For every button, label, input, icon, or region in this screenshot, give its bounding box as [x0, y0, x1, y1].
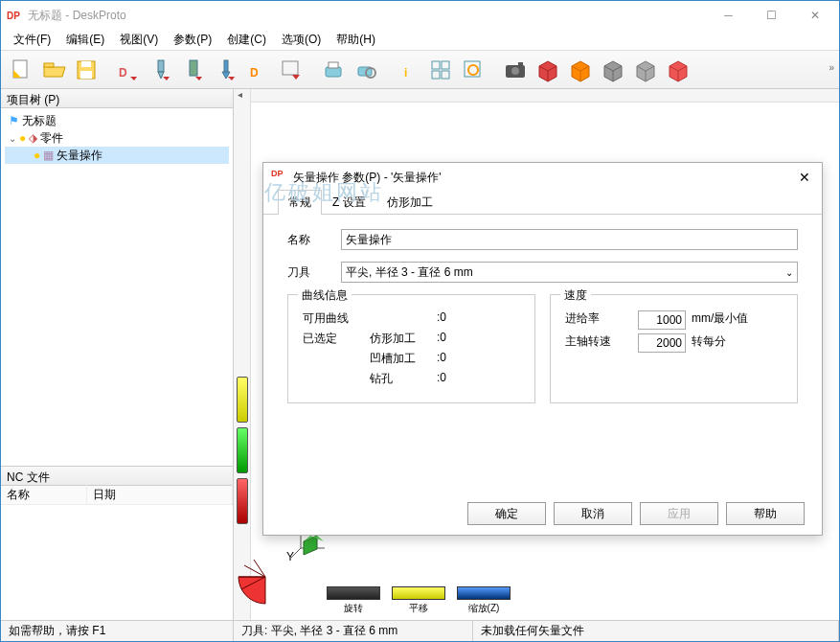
- info-button[interactable]: i: [393, 55, 423, 85]
- tool-select[interactable]: 平尖, 半径 3 - 直径 6 mm ⌄: [341, 262, 798, 283]
- dialog-buttons: 确定 取消 应用 帮助: [263, 493, 822, 535]
- tool-select-value: 平尖, 半径 3 - 直径 6 mm: [346, 264, 473, 281]
- status-lights: [234, 377, 248, 524]
- toolbar: D D i: [1, 51, 839, 89]
- cube-orange[interactable]: [565, 55, 596, 85]
- tool-d[interactable]: D: [113, 55, 144, 85]
- dialog-tabs: 常规 Z 设置 仿形加工: [263, 192, 822, 215]
- nc-file-list[interactable]: 名称 日期: [1, 486, 233, 620]
- status-help: 如需帮助，请按 F1: [1, 621, 234, 641]
- cube-gray1[interactable]: [598, 55, 628, 85]
- svg-rect-10: [224, 60, 228, 72]
- orientation-dial[interactable]: [237, 556, 294, 606]
- camera-button[interactable]: [500, 55, 531, 85]
- zoom-mode-button[interactable]: 缩放(Z): [455, 586, 512, 615]
- nc-col-name[interactable]: 名称: [1, 485, 87, 505]
- new-button[interactable]: [6, 55, 36, 85]
- flag-icon: ⚑: [9, 114, 19, 127]
- dialog-close-button[interactable]: ✕: [795, 170, 814, 185]
- curve-info-legend: 曲线信息: [298, 287, 352, 304]
- tree-root-label: 无标题: [22, 113, 57, 129]
- menu-help[interactable]: 帮助(H): [329, 30, 383, 50]
- tab-z-settings[interactable]: Z 设置: [322, 190, 376, 215]
- curve-info-group: 曲线信息 可用曲线: 0 已选定仿形加工: 0 凹槽加工: 0 钻孔: 0: [287, 294, 535, 403]
- svg-rect-21: [432, 71, 440, 79]
- ok-button[interactable]: 确定: [467, 502, 546, 525]
- speed-group: 速度 进给率mm/最小值 主轴转速转每分: [550, 294, 798, 403]
- open-button[interactable]: [38, 55, 69, 85]
- print-button[interactable]: [318, 55, 349, 85]
- tool-label: 刀具: [287, 264, 341, 281]
- rotate-button[interactable]: 旋转: [325, 586, 382, 615]
- spindle-label: 主轴转速: [565, 333, 632, 353]
- svg-rect-7: [158, 60, 164, 72]
- nc-col-date[interactable]: 日期: [87, 485, 233, 505]
- app-logo: DP: [4, 6, 23, 25]
- tree-root[interactable]: ⚑ 无标题: [5, 112, 229, 129]
- print-preview-button[interactable]: [351, 55, 381, 85]
- spindle-input[interactable]: [638, 333, 686, 353]
- menu-options[interactable]: 选项(O): [274, 30, 329, 50]
- project-tree-title: 项目树 (P): [1, 89, 233, 108]
- close-button[interactable]: ✕: [793, 2, 836, 29]
- menu-file[interactable]: 文件(F): [6, 30, 58, 50]
- tool-export[interactable]: [276, 55, 306, 85]
- menu-view[interactable]: 视图(V): [112, 30, 166, 50]
- menu-create[interactable]: 创建(C): [219, 30, 274, 50]
- svg-rect-19: [432, 61, 440, 69]
- toolbar-overflow-icon[interactable]: »: [829, 62, 834, 73]
- tool-drill3[interactable]: [211, 55, 241, 85]
- svg-text:D: D: [119, 66, 127, 80]
- vector-params-dialog: DP 矢量操作 参数(P) - '矢量操作' ✕ 常规 Z 设置 仿形加工 名称…: [262, 162, 823, 536]
- dialog-titlebar[interactable]: DP 矢量操作 参数(P) - '矢量操作' ✕: [263, 163, 822, 192]
- svg-point-26: [511, 67, 519, 75]
- cancel-button[interactable]: 取消: [554, 502, 632, 525]
- spindle-unit: 转每分: [692, 333, 726, 353]
- minimize-button[interactable]: ─: [707, 2, 750, 29]
- svg-marker-8: [158, 72, 164, 79]
- zoom-button[interactable]: [458, 55, 488, 85]
- project-tree[interactable]: ⚑ 无标题 ⌄ ● ⬗ 零件 ● ▦ 矢量操作: [1, 108, 233, 467]
- dialog-body: 名称 刀具 平尖, 半径 3 - 直径 6 mm ⌄ 曲线信息 可用曲线: 0 …: [263, 215, 822, 493]
- grid-view-button[interactable]: [425, 55, 456, 85]
- drill-sub: 钻孔: [370, 371, 437, 387]
- svg-rect-22: [442, 71, 449, 79]
- tool-drill1[interactable]: [146, 55, 176, 85]
- menu-edit[interactable]: 编辑(E): [58, 30, 112, 50]
- tool-drill2[interactable]: [178, 55, 209, 85]
- status-tool: 刀具: 平尖, 半径 3 - 直径 6 mm: [234, 621, 473, 641]
- available-curves-value: 0: [440, 310, 468, 327]
- cube-gray2[interactable]: [630, 55, 661, 85]
- part-icon: ⬗: [29, 131, 37, 145]
- tab-profiling[interactable]: 仿形加工: [376, 190, 443, 215]
- svg-text:D: D: [250, 66, 259, 80]
- pocket-sub: 凹槽加工: [370, 351, 437, 367]
- tree-part[interactable]: ⌄ ● ⬗ 零件: [5, 129, 229, 147]
- expand-icon[interactable]: ⌄: [9, 133, 16, 144]
- tool-orange-d[interactable]: D: [243, 55, 274, 85]
- drill-value: 0: [440, 371, 468, 387]
- menubar: 文件(F) 编辑(E) 视图(V) 参数(P) 创建(C) 选项(O) 帮助(H…: [1, 30, 839, 51]
- left-panel: 项目树 (P) ⚑ 无标题 ⌄ ● ⬗ 零件 ● ▦ 矢量操作 NC 文件 名称…: [1, 89, 234, 620]
- status-vector: 未加载任何矢量文件: [473, 621, 839, 641]
- name-input[interactable]: [341, 229, 798, 250]
- tree-vector-label: 矢量操作: [57, 148, 102, 164]
- maximize-button[interactable]: ☐: [750, 2, 793, 29]
- cube-red2[interactable]: [663, 55, 693, 85]
- save-button[interactable]: [71, 55, 102, 85]
- feedrate-input[interactable]: [638, 310, 686, 330]
- statusbar: 如需帮助，请按 F1 刀具: 平尖, 半径 3 - 直径 6 mm 未加载任何矢…: [1, 620, 839, 641]
- svg-rect-2: [44, 63, 54, 67]
- tree-vector-op[interactable]: ● ▦ 矢量操作: [5, 147, 229, 164]
- svg-rect-13: [283, 61, 298, 75]
- cube-red1[interactable]: [533, 55, 563, 85]
- ruler-corner-icon: ◂: [238, 89, 242, 100]
- pan-button[interactable]: 平移: [390, 586, 447, 615]
- apply-button[interactable]: 应用: [640, 502, 718, 525]
- help-button[interactable]: 帮助: [726, 502, 805, 525]
- feedrate-label: 进给率: [565, 310, 632, 330]
- name-label: 名称: [287, 232, 341, 248]
- menu-params[interactable]: 参数(P): [166, 30, 219, 50]
- tab-general[interactable]: 常规: [278, 190, 322, 215]
- light-red: [237, 478, 248, 524]
